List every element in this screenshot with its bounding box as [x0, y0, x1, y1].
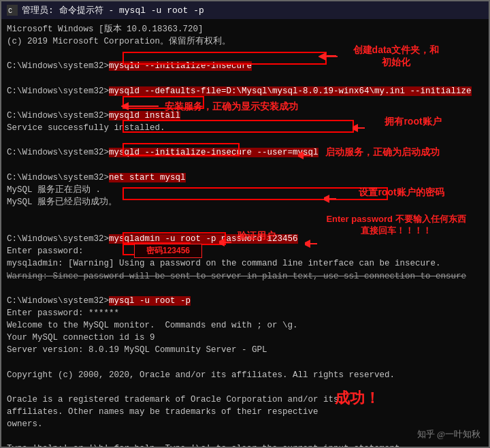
- prompt-4: C:\Windows\system32>: [7, 148, 109, 157]
- terminal-window: C 管理员: 命令提示符 - mysql -u root -p Microsof…: [0, 0, 490, 448]
- blank-3: [7, 97, 483, 110]
- cmd-line-7: C:\Windows\system32>mysql -u root -p: [7, 295, 483, 307]
- output-oracle2: affiliates. Other names may be trademark…: [7, 406, 483, 418]
- output-enter-pw2: Enter password: ******: [7, 307, 483, 319]
- title-bar: C 管理员: 命令提示符 - mysql -u root -p: [1, 1, 489, 19]
- cmd-7: mysql -u root -p: [109, 296, 191, 306]
- cmd-line-3: C:\Windows\system32>mysqld install: [7, 110, 483, 122]
- blank-8: [7, 283, 483, 295]
- output-warning2: Warning: Since password will be sent to …: [7, 270, 483, 283]
- terminal-content: Microsoft Windows [版本 10.0.18363.720] (c…: [7, 23, 483, 447]
- line-1: Microsoft Windows [版本 10.0.18363.720]: [7, 23, 483, 35]
- cmd-line-1: C:\Windows\system32>mysqld --initialize-…: [7, 60, 483, 72]
- cmd-5: net start mysql: [109, 173, 186, 182]
- svg-text:C: C: [8, 7, 12, 15]
- prompt-6: C:\Windows\system32>: [7, 234, 109, 244]
- output-started: MySQL 服务已经启动成功。: [7, 196, 483, 208]
- line-2: (c) 2019 Microsoft Corporation。保留所有权利。: [7, 35, 483, 48]
- prompt-2: C:\Windows\system32>: [7, 86, 109, 96]
- cmd-1: mysqld --initialize-insecure: [109, 61, 252, 71]
- blank-4: [7, 134, 483, 146]
- cmd-3: mysqld install: [109, 111, 180, 121]
- terminal-body[interactable]: Microsoft Windows [版本 10.0.18363.720] (c…: [1, 19, 489, 447]
- blank-11: [7, 430, 483, 443]
- output-oracle3: owners.: [7, 418, 483, 430]
- output-help: Type 'help;' or '\h' for help. Type '\c'…: [7, 443, 483, 447]
- output-copyright: Copyright (c) 2000, 2020, Oracle and/or …: [7, 369, 483, 381]
- title-text: 管理员: 命令提示符 - mysql -u root -p: [22, 4, 204, 16]
- blank-10: [7, 381, 483, 394]
- blank-7: [7, 221, 483, 233]
- output-warning1: mysqladmin: [Warning] Using a password o…: [7, 257, 483, 270]
- output-enter-pw: Enter password:: [7, 245, 483, 257]
- cmd-line-5: C:\Windows\system32>net start mysql: [7, 172, 483, 184]
- output-conn-id: Your MySQL connection id is 9: [7, 332, 483, 344]
- terminal-icon: C: [7, 5, 18, 16]
- blank-2: [7, 73, 483, 85]
- cmd-line-6: C:\Windows\system32>mysqladmin -u root -…: [7, 233, 483, 245]
- cmd-6: mysqladmin -u root -p password 123456: [109, 234, 298, 244]
- prompt-7: C:\Windows\system32>: [7, 296, 109, 306]
- cmd-line-2: C:\Windows\system32>mysqld --defaults-fi…: [7, 85, 483, 97]
- prompt-5: C:\Windows\system32>: [7, 173, 109, 182]
- blank-1: [7, 48, 483, 60]
- cmd-4: mysqld --initialize-insecure --user=mysq…: [109, 148, 318, 157]
- output-installed: Service successfully installed.: [7, 122, 483, 134]
- output-version: Server version: 8.0.19 MySQL Community S…: [7, 344, 483, 356]
- blank-9: [7, 356, 483, 368]
- cmd-2: mysqld --defaults-file=D:\Mysql\mysql-8.…: [109, 86, 472, 96]
- cmd-line-4: C:\Windows\system32>mysqld --initialize-…: [7, 146, 483, 159]
- output-starting: MySQL 服务正在启动 .: [7, 184, 483, 196]
- blank-6: [7, 208, 483, 221]
- prompt-1: C:\Windows\system32>: [7, 61, 109, 71]
- success-label: 成功！: [335, 387, 380, 409]
- output-oracle1: Oracle is a registered trademark of Orac…: [7, 394, 483, 406]
- prompt-3: C:\Windows\system32>: [7, 111, 109, 121]
- output-welcome: Welcome to the MySQL monitor. Commands e…: [7, 319, 483, 332]
- blank-5: [7, 159, 483, 171]
